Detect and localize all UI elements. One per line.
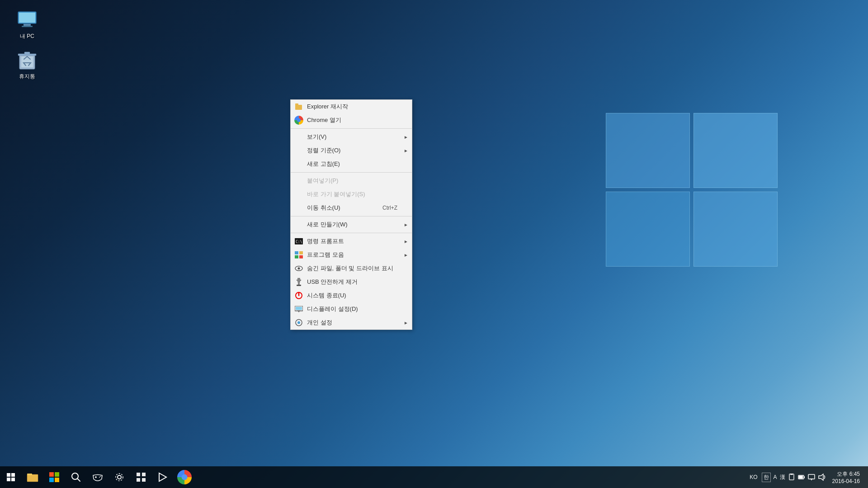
ime-hanja: 漢 [780, 474, 785, 481]
svg-rect-2 [24, 24, 31, 26]
svg-rect-58 [804, 476, 805, 478]
menu-item-show-hidden[interactable]: 숨긴 파일, 폴더 및 드라이브 표시 [291, 262, 412, 275]
taskbar-clock[interactable]: 오후 6:45 2016-04-16 [829, 470, 863, 484]
menu-sort-label: 정렬 기준(O) [307, 146, 340, 155]
display-icon [294, 305, 303, 314]
svg-rect-41 [55, 478, 59, 482]
separator-3 [291, 216, 412, 216]
chrome-taskbar-icon [177, 470, 192, 484]
my-pc-label: 내 PC [20, 33, 34, 40]
menu-item-refresh[interactable]: 새로 고침(E) [291, 157, 412, 171]
win-pane-bl [606, 192, 690, 267]
game-icon [92, 473, 104, 481]
svg-rect-8 [295, 105, 302, 110]
taskbar-system-tray: KO 한 A 漢 오후 6:45 2016-04-16 [748, 470, 868, 484]
windows-logo-decoration [606, 113, 778, 267]
volume-icon [818, 474, 826, 481]
svg-rect-33 [7, 478, 10, 481]
taskbar: KO 한 A 漢 오후 6:45 2016-04-16 [0, 466, 868, 488]
svg-marker-63 [819, 474, 823, 480]
my-pc-icon [16, 9, 38, 31]
ime-indicator: 한 [762, 473, 771, 482]
view-arrow: ► [404, 135, 408, 140]
chrome-menu-icon [294, 116, 303, 125]
file-explorer-icon [27, 472, 38, 482]
svg-rect-18 [297, 278, 300, 282]
menu-item-view[interactable]: 보기(V) ► [291, 130, 412, 144]
desktop-icon-recycle-bin[interactable]: 휴지통 [9, 49, 45, 80]
win-pane-tr [693, 113, 778, 188]
menu-undo-shortcut: Ctrl+Z [382, 205, 406, 211]
lang-indicator[interactable]: KO [748, 473, 759, 481]
recycle-bin-label: 휴지통 [19, 73, 35, 80]
svg-rect-9 [295, 103, 298, 105]
menu-item-new[interactable]: 새로 만들기(W) ► [291, 218, 412, 231]
menu-item-system-shutdown[interactable]: 시스템 종료(U) [291, 289, 412, 302]
menu-item-chrome-open[interactable]: Chrome 열기 [291, 113, 412, 127]
screen-icon [808, 474, 815, 481]
menu-item-explorer-restart[interactable]: Explorer 재시작 [291, 100, 412, 113]
taskbar-apps[interactable] [130, 466, 152, 488]
programs-arrow: ► [404, 253, 408, 258]
svg-rect-59 [799, 476, 803, 479]
svg-rect-37 [27, 474, 32, 475]
taskbar-live[interactable] [152, 466, 174, 488]
taskbar-file-explorer[interactable] [22, 466, 43, 488]
svg-rect-34 [11, 478, 15, 481]
svg-rect-13 [299, 251, 303, 254]
menu-explorer-restart-label: Explorer 재시작 [307, 103, 348, 111]
settings-icon [114, 472, 124, 482]
svg-rect-50 [137, 473, 140, 476]
taskbar-game[interactable] [87, 466, 108, 488]
menu-item-personalize[interactable]: 개인 설정 ► [291, 316, 412, 329]
svg-rect-39 [55, 472, 59, 477]
taskbar-search[interactable] [65, 466, 87, 488]
taskbar-chrome[interactable] [174, 466, 195, 488]
live-icon [157, 472, 168, 483]
usb-icon [294, 277, 303, 286]
svg-rect-3 [22, 26, 33, 27]
menu-usb-label: USB 안전하게 제거 [307, 278, 358, 286]
svg-point-49 [116, 474, 123, 481]
taskbar-settings[interactable] [108, 466, 130, 488]
menu-item-usb-safe-remove[interactable]: USB 안전하게 제거 [291, 275, 412, 289]
menu-new-label: 새로 만들기(W) [307, 221, 348, 229]
menu-item-paste: 붙여넣기(P) [291, 174, 412, 188]
battery-icon [798, 474, 805, 481]
taskbar-pinned-icons [22, 466, 195, 488]
svg-point-17 [298, 267, 300, 270]
win-pane-br [693, 192, 778, 267]
separator-1 [291, 128, 412, 129]
menu-personalize-label: 개인 설정 [307, 319, 332, 327]
sort-arrow: ► [404, 148, 408, 153]
desktop-icon-my-pc[interactable]: 내 PC [9, 9, 45, 40]
taskbar-store[interactable] [43, 466, 65, 488]
svg-rect-51 [142, 473, 146, 476]
desktop: 내 PC 휴지통 [0, 0, 868, 488]
svg-rect-32 [11, 473, 15, 477]
svg-rect-12 [295, 251, 298, 254]
menu-item-sort-by[interactable]: 정렬 기준(O) ► [291, 144, 412, 157]
menu-item-cmd[interactable]: C:\ 명령 프롬프트 ► [291, 235, 412, 248]
menu-shutdown-label: 시스템 종료(U) [307, 291, 346, 300]
store-icon [49, 472, 60, 483]
menu-item-programs[interactable]: 프로그램 모음 ► [291, 248, 412, 262]
svg-rect-52 [137, 478, 140, 482]
recycle-bin-icon [16, 49, 38, 71]
svg-point-46 [99, 477, 100, 478]
new-arrow: ► [404, 222, 408, 227]
separator-2 [291, 172, 412, 173]
context-menu: Explorer 재시작 Chrome 열기 보기(V) ► 정렬 기준(O) … [290, 99, 412, 330]
clock-time: 오후 6:45 [837, 470, 860, 478]
menu-item-display-settings[interactable]: 디스플레이 설정(D) [291, 302, 412, 316]
separator-4 [291, 233, 412, 233]
apps-icon [137, 473, 146, 482]
clipboard-icon [788, 474, 795, 481]
menu-cmd-label: 명령 프롬프트 [307, 237, 344, 245]
windows-start-icon [7, 473, 15, 481]
start-button[interactable] [0, 466, 22, 488]
menu-item-undo-move[interactable]: 이동 취소(U) Ctrl+Z [291, 201, 412, 215]
personalize-icon [294, 318, 303, 327]
menu-display-label: 디스플레이 설정(D) [307, 305, 358, 313]
svg-rect-1 [19, 13, 35, 23]
